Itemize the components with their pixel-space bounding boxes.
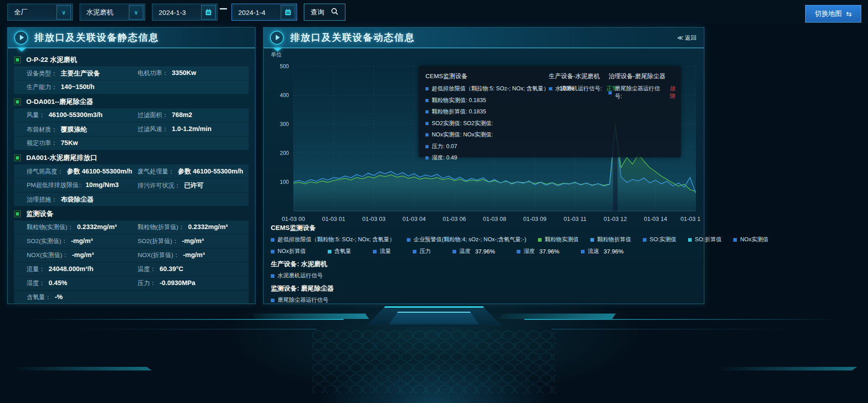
query-button[interactable]: 查询 <box>304 4 345 21</box>
field-label: 过滤面积： <box>138 111 169 119</box>
legend-marker-icon <box>373 250 377 253</box>
legend-row: NOx折算值含氧量流量压力温度37.96%湿度37.96%流速37.96% <box>271 248 699 255</box>
legend-item-label: 企业预警值(颗粒物:4; sOz-; NOx-;含氧气量:-) <box>414 236 526 244</box>
legend-item[interactable]: 压力 <box>413 248 431 255</box>
data-row: PM超低排排放限值::10mg/Nm3排污许可状况：已许可 <box>14 178 249 192</box>
legend-item-label: 湿度 <box>524 248 535 255</box>
data-cell: 废气处理量：参数 46100-55300m/h <box>138 167 249 176</box>
bullet-square-icon <box>425 145 429 148</box>
legend-item[interactable]: 湿度37.96% <box>517 248 559 255</box>
tooltip-item-value: 故障 <box>670 85 681 100</box>
section-heading: O-DA001--磨尾除尘器 <box>14 95 249 108</box>
fold-decoration-icon <box>17 47 27 52</box>
data-row: SO2(实测值)：-mg/m³SO2(折算值)：-mg/m³ <box>14 234 249 248</box>
field-label: 流量： <box>27 265 45 273</box>
legend-item-label: 磨尾除尘器运行信号 <box>278 296 329 304</box>
field-value: 0.2332mg/m³ <box>188 223 228 230</box>
data-cell: 电机功率：3350Kw <box>138 69 249 77</box>
legend-marker-icon <box>733 238 737 242</box>
legend-item[interactable]: 颗粒物折算值 <box>590 236 631 244</box>
legend-item[interactable]: 企业预警值(颗粒物:4; sOz-; NOx-;含氧气量:-) <box>407 236 526 244</box>
field-value: -mg/m³ <box>72 251 94 258</box>
legend-item[interactable]: SO:实测值 <box>643 236 676 244</box>
field-label: 治理措施： <box>27 196 57 204</box>
tooltip-item-label: 颗粒物实测值: 0.1835 <box>432 97 486 104</box>
device-select[interactable]: 水泥磨机 ∨ <box>80 4 145 21</box>
field-label: 生产能力： <box>27 83 57 91</box>
field-value: 10mg/Nm3 <box>85 181 118 188</box>
field-value: 75Kw <box>61 139 78 146</box>
legend-item[interactable]: 磨尾除尘器运行信号 <box>271 296 329 304</box>
legend-item-label: 温度 <box>459 248 471 255</box>
field-value: 0.45% <box>49 279 67 286</box>
calendar-icon[interactable] <box>281 5 295 19</box>
query-button-label: 查询 <box>311 8 324 17</box>
legend-marker-icon <box>271 250 274 253</box>
legend-marker-icon <box>538 238 542 242</box>
legend-item[interactable]: 流量 <box>373 248 391 255</box>
field-value: 46100-55300m3/h <box>49 111 103 118</box>
legend-item-label: SO:折算值 <box>695 236 722 244</box>
tooltip-item-label: 水泥磨机运行信号: <box>555 85 602 93</box>
field-value: -mg/m³ <box>183 251 205 258</box>
field-label: 过滤风速： <box>138 125 169 133</box>
axis-tick-label: 300 <box>280 121 289 127</box>
field-value: 768m2 <box>172 111 192 118</box>
legend-item-value: 37.96% <box>475 248 495 255</box>
legend-marker-icon <box>688 238 692 242</box>
switch-map-button[interactable]: 切换地图 ⇆ <box>805 5 861 23</box>
play-icon <box>14 31 28 45</box>
legend-item[interactable]: 流速37.96% <box>581 248 623 255</box>
panel-header: 排放口及关联设备静态信息 <box>8 28 255 48</box>
data-row: 排气筒高度：参数 46100-55300m/h废气处理量：参数 46100-55… <box>14 164 249 178</box>
field-label: 含氧量： <box>27 293 51 301</box>
legend-item[interactable]: 含氧量 <box>328 248 352 255</box>
field-label: 颗粒物(实测值)： <box>27 223 74 231</box>
legend-marker-icon <box>643 238 646 242</box>
data-cell: 温度：60.39°C <box>138 265 249 273</box>
legend-item[interactable]: 温度37.96% <box>453 248 495 255</box>
legend-marker-icon <box>271 238 274 242</box>
green-square-dot <box>16 212 19 216</box>
legend-item[interactable]: NOx实测值 <box>733 236 769 244</box>
section-heading: 监测设备 <box>14 207 249 220</box>
date-end-value: 2024-1-4 <box>232 9 281 16</box>
legend-marker-icon <box>271 299 274 302</box>
device-select-value: 水泥磨机 <box>80 8 129 17</box>
dynamic-panel-title: 排放口及关联设备动态信息 <box>290 31 415 44</box>
data-cell: 布袋材质：覆膜涤纶 <box>27 125 138 134</box>
date-range-separator <box>220 8 227 9</box>
legend-item[interactable]: 超低排放限值（颗粒物:5: SOz-; NOx; 含氧量） <box>271 236 395 244</box>
data-cell: 过滤面积：768m2 <box>138 111 249 119</box>
swap-icon: ⇆ <box>846 10 852 18</box>
legend-item[interactable]: 水泥磨机运行信号 <box>271 272 323 280</box>
data-cell: 流量：24048.000m³/h <box>27 265 138 273</box>
legend-item[interactable]: 颗粒物实测值 <box>538 236 579 244</box>
chevron-down-icon[interactable]: ∨ <box>129 5 143 19</box>
field-label: NOX(实测值)： <box>27 251 68 259</box>
legend-item-value: 37.96% <box>539 248 559 255</box>
legend-item-label: 流速 <box>588 248 599 255</box>
field-value: 主要生产设备 <box>61 69 100 78</box>
field-label: 废气处理量： <box>138 168 175 176</box>
data-cell: 湿度：0.45% <box>27 279 138 287</box>
plant-select[interactable]: 全厂 ∨ <box>7 4 73 21</box>
data-row: 治理措施：布袋除尘器 <box>14 192 249 206</box>
switch-map-label: 切换地图 <box>815 9 842 18</box>
legend-item-label: 压力 <box>420 248 431 255</box>
legend-item[interactable]: NOx折算值 <box>271 248 306 255</box>
field-value: -mg/m³ <box>182 237 204 244</box>
legend-row: 超低排放限值（颗粒物:5: SOz-; NOx; 含氧量）企业预警值(颗粒物:4… <box>271 236 699 244</box>
legend-item[interactable]: SO:折算值 <box>688 236 722 244</box>
field-label: 压力： <box>138 279 156 287</box>
date-end-input[interactable]: 2024-1-4 <box>231 4 297 21</box>
legend-marker-icon <box>407 238 410 242</box>
date-start-input[interactable]: 2024-1-3 <box>152 4 217 21</box>
chevron-down-icon[interactable]: ∨ <box>57 5 71 19</box>
data-row: 额定功率：75Kw <box>14 136 249 150</box>
back-link[interactable]: ≪ 返回 <box>677 34 697 42</box>
legend-row: 磨尾除尘器运行信号 <box>271 296 699 304</box>
tooltip-item: 颗粒物实测值: 0.1835 <box>425 97 574 104</box>
calendar-icon[interactable] <box>201 5 216 19</box>
bullet-square-icon <box>425 99 429 102</box>
